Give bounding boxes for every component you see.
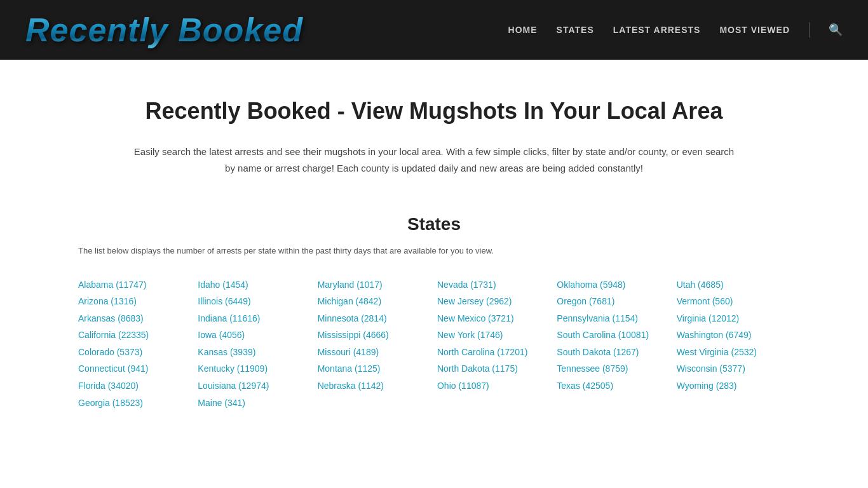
main-content: Recently Booked - View Mugshots In Your … <box>53 60 815 437</box>
page-title: Recently Booked - View Mugshots In Your … <box>78 98 790 125</box>
state-link[interactable]: Mississippi (4666) <box>318 327 431 344</box>
nav-latest-arrests[interactable]: LATEST ARRESTS <box>613 25 701 35</box>
state-link[interactable]: New Mexico (3721) <box>437 310 550 327</box>
state-link[interactable]: Idaho (1454) <box>198 276 311 294</box>
state-link[interactable]: West Virginia (2532) <box>677 344 790 361</box>
state-link[interactable]: Virginia (12012) <box>677 310 790 327</box>
states-column-5: Utah (4685)Vermont (560)Virginia (12012)… <box>677 276 790 412</box>
state-link[interactable]: Wyoming (283) <box>677 377 790 395</box>
state-link[interactable]: Ohio (11087) <box>437 377 550 395</box>
main-nav: HOME STATES LATEST ARRESTS MOST VIEWED 🔍 <box>508 22 843 37</box>
state-link[interactable]: Nebraska (1142) <box>318 377 431 395</box>
state-link[interactable]: Montana (1125) <box>318 360 431 377</box>
state-link[interactable]: Louisiana (12974) <box>198 377 311 395</box>
state-link[interactable]: Missouri (4189) <box>318 344 431 361</box>
state-link[interactable]: Kansas (3939) <box>198 344 311 361</box>
state-link[interactable]: Georgia (18523) <box>78 395 191 412</box>
state-link[interactable]: New Jersey (2962) <box>437 293 550 310</box>
state-link[interactable]: Colorado (5373) <box>78 344 191 361</box>
site-logo[interactable]: Recently Booked <box>25 11 303 49</box>
state-link[interactable]: South Dakota (1267) <box>557 344 670 361</box>
states-column-1: Idaho (1454)Illinois (6449)Indiana (1161… <box>198 276 311 412</box>
state-link[interactable]: California (22335) <box>78 327 191 344</box>
state-link[interactable]: Arizona (1316) <box>78 293 191 310</box>
state-link[interactable]: Florida (34020) <box>78 377 191 395</box>
states-subtext: The list below displays the number of ar… <box>78 245 790 257</box>
search-icon-button[interactable]: 🔍 <box>829 23 843 37</box>
state-link[interactable]: Tennessee (8759) <box>557 360 670 377</box>
state-link[interactable]: South Carolina (10081) <box>557 327 670 344</box>
states-column-2: Maryland (1017)Michigan (4842)Minnesota … <box>318 276 431 412</box>
state-link[interactable]: New York (1746) <box>437 327 550 344</box>
state-link[interactable]: Indiana (11616) <box>198 310 311 327</box>
state-link[interactable]: Minnesota (2814) <box>318 310 431 327</box>
state-link[interactable]: Utah (4685) <box>677 276 790 294</box>
state-link[interactable]: Illinois (6449) <box>198 293 311 310</box>
nav-divider <box>809 22 810 37</box>
state-link[interactable]: Texas (42505) <box>557 377 670 395</box>
states-grid: Alabama (11747)Arizona (1316)Arkansas (8… <box>78 276 790 412</box>
nav-most-viewed[interactable]: MOST VIEWED <box>719 25 790 35</box>
state-link[interactable]: Arkansas (8683) <box>78 310 191 327</box>
site-header: Recently Booked HOME STATES LATEST ARRES… <box>0 0 868 60</box>
state-link[interactable]: Maryland (1017) <box>318 276 431 294</box>
states-heading: States <box>78 214 790 234</box>
states-column-3: Nevada (1731)New Jersey (2962)New Mexico… <box>437 276 550 412</box>
state-link[interactable]: North Carolina (17201) <box>437 344 550 361</box>
states-column-0: Alabama (11747)Arizona (1316)Arkansas (8… <box>78 276 191 412</box>
state-link[interactable]: Vermont (560) <box>677 293 790 310</box>
state-link[interactable]: Maine (341) <box>198 395 311 412</box>
state-link[interactable]: Oklahoma (5948) <box>557 276 670 294</box>
states-column-4: Oklahoma (5948)Oregon (7681)Pennsylvania… <box>557 276 670 412</box>
states-section: States The list below displays the numbe… <box>78 214 790 411</box>
state-link[interactable]: Washington (6749) <box>677 327 790 344</box>
state-link[interactable]: North Dakota (1175) <box>437 360 550 377</box>
state-link[interactable]: Alabama (11747) <box>78 276 191 294</box>
nav-states[interactable]: STATES <box>557 25 594 35</box>
state-link[interactable]: Wisconsin (5377) <box>677 360 790 377</box>
nav-home[interactable]: HOME <box>508 25 538 35</box>
state-link[interactable]: Pennsylvania (1154) <box>557 310 670 327</box>
state-link[interactable]: Nevada (1731) <box>437 276 550 294</box>
page-description: Easily search the latest arrests and see… <box>132 144 736 176</box>
state-link[interactable]: Michigan (4842) <box>318 293 431 310</box>
state-link[interactable]: Oregon (7681) <box>557 293 670 310</box>
state-link[interactable]: Connecticut (941) <box>78 360 191 377</box>
state-link[interactable]: Kentucky (11909) <box>198 360 311 377</box>
state-link[interactable]: Iowa (4056) <box>198 327 311 344</box>
